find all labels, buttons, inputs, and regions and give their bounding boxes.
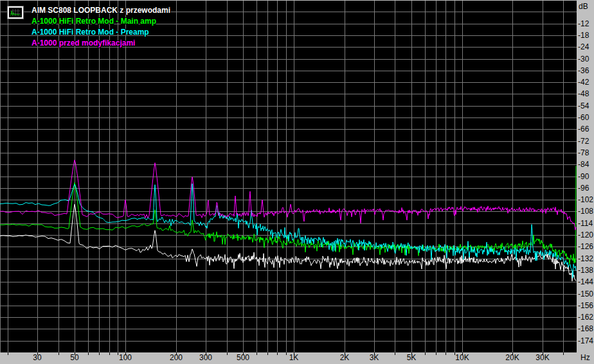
legend-item-3: A-1000 przed modyfikacjami [32, 38, 170, 49]
y-tick-label: -132 [578, 255, 593, 263]
legend: AIM SC808 LOOPBACK z przewodamiA-1000 Hi… [32, 5, 170, 49]
y-tick-label: -150 [578, 290, 593, 298]
y-tick-label: -72 [578, 137, 589, 145]
y-tick-label: -12 [578, 20, 589, 28]
legend-item-0: AIM SC808 LOOPBACK z przewodami [32, 5, 170, 16]
y-tick-label: -168 [578, 325, 593, 333]
y-tick-label: -30 [578, 55, 589, 63]
y-tick-label: -162 [578, 313, 593, 321]
y-axis-unit-label: dB [579, 3, 588, 10]
y-tick-label: -18 [578, 31, 589, 39]
y-tick-label: -156 [578, 302, 593, 309]
x-tick-label: 500 [237, 354, 249, 361]
x-tick-label: 20K [505, 354, 519, 361]
x-tick-label: 200 [170, 354, 183, 361]
x-tick-label: 100 [119, 354, 132, 361]
y-tick-label: -126 [578, 243, 593, 250]
y-tick-label: -84 [578, 160, 589, 168]
y-tick-label: -138 [578, 266, 593, 274]
x-tick-label: 1K [289, 354, 299, 361]
y-tick-label: -42 [578, 78, 589, 86]
legend-item-1: A-1000 HiFi Retro Mod - Main amp [32, 16, 170, 27]
y-tick-label: -114 [578, 220, 593, 227]
x-tick-label: 300 [199, 354, 212, 361]
y-tick-label: -108 [578, 207, 593, 215]
x-axis-unit-label: Hz [580, 354, 590, 361]
legend-item-2: A-1000 HiFi Retro Mod - Preamp [32, 27, 170, 38]
x-tick-label: 30K [536, 354, 549, 361]
y-tick-label: -90 [578, 173, 589, 180]
y-tick-label: -174 [578, 337, 593, 345]
y-tick-label: -66 [578, 125, 589, 133]
y-tick-label: -24 [578, 43, 589, 51]
x-tick-label: 10K [455, 354, 469, 361]
y-tick-label: -78 [578, 149, 589, 157]
plot-background [0, 0, 577, 352]
y-tick-label: -60 [578, 114, 589, 121]
y-tick-label: -96 [578, 184, 589, 192]
spectrum-analyzer-window: -12-18-24-30-36-42-48-54-60-66-72-78-84-… [0, 0, 594, 364]
x-tick-label: 30 [33, 354, 41, 361]
y-tick-label: -144 [578, 278, 593, 286]
spectrum-thumbnail-button[interactable] [7, 6, 24, 19]
x-tick-label: 2K [340, 354, 350, 361]
y-tick-label: -36 [578, 67, 589, 74]
plot-area [0, 0, 594, 364]
x-tick-label: 3K [370, 354, 379, 361]
y-tick-label: -102 [578, 196, 593, 204]
spectrum-icon [10, 9, 21, 16]
x-tick-marks [8, 352, 564, 355]
y-tick-label: -48 [578, 90, 589, 98]
y-tick-label: -54 [578, 102, 589, 110]
x-tick-label: 50 [70, 354, 78, 361]
y-tick-label: -120 [578, 231, 593, 239]
x-tick-label: 5K [407, 354, 417, 361]
